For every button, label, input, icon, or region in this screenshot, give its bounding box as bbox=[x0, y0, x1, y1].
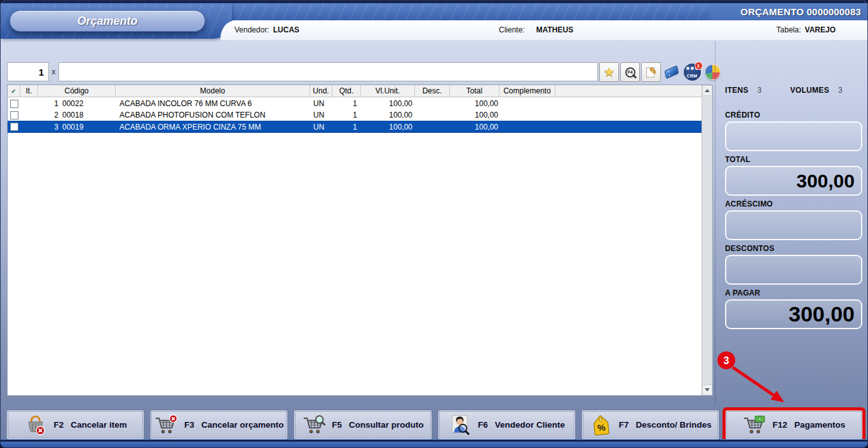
tabela-value: VAREJO bbox=[805, 25, 836, 34]
basket-cancel-icon bbox=[24, 414, 48, 437]
window-top-edge bbox=[1, 1, 867, 3]
table-body: 1 00022 ACABADA INCOLOR 76 MM CURVA 6 UN… bbox=[8, 98, 702, 395]
cart-cancel-icon bbox=[154, 414, 179, 437]
svg-text:%: % bbox=[597, 422, 606, 433]
crm-badge: 1 bbox=[695, 62, 703, 70]
summary-sidebar: ITENS 3 VOLUMES 3 CRÉDITO TOTAL 300,00 A… bbox=[725, 85, 862, 329]
credito-field bbox=[725, 121, 862, 151]
cliente-value: MATHEUS bbox=[536, 25, 573, 34]
col-filler bbox=[555, 85, 712, 97]
button-f6-vendedor-cliente[interactable]: F6 Vendedor Cliente bbox=[438, 411, 575, 439]
acrescimo-field bbox=[725, 210, 862, 240]
cliente-info: Cliente: MATHEUS bbox=[499, 25, 573, 34]
vendedor-value: LUCAS bbox=[273, 25, 299, 34]
total-group: TOTAL 300,00 bbox=[725, 155, 862, 196]
col-total: Total bbox=[450, 85, 499, 97]
table-row[interactable]: 2 00018 ACABADA PHOTOFUSION COM TEFLON U… bbox=[8, 109, 702, 121]
a-pagar-field: 300,00 bbox=[725, 299, 862, 329]
button-f3-cancelar-orcamento[interactable]: F3 Cancelar orçamento bbox=[151, 411, 287, 439]
check-column-icon: ✔ bbox=[8, 85, 20, 97]
discount-tag-icon: % bbox=[589, 414, 613, 437]
vendedor-info: Vendedor: LUCAS bbox=[234, 25, 299, 34]
header-info-strip: Vendedor: LUCAS Cliente: MATHEUS Tabela:… bbox=[220, 20, 867, 40]
crm-icon[interactable]: CRM 1 bbox=[682, 62, 702, 82]
row-checkbox[interactable] bbox=[10, 123, 18, 131]
multiply-label: x bbox=[51, 67, 56, 76]
person-search-icon bbox=[448, 414, 472, 437]
acrescimo-label: ACRÉSCIMO bbox=[725, 200, 862, 208]
step-annotation: 3 bbox=[703, 345, 811, 415]
table-header: ✔ It. Código Modelo Und. Qtd. Vl.Unit. D… bbox=[8, 85, 712, 97]
ticket-icon[interactable] bbox=[662, 62, 681, 82]
col-it: It. bbox=[20, 85, 38, 97]
scroll-up-icon[interactable] bbox=[702, 85, 712, 96]
button-f7-desconto-brindes[interactable]: % F7 Desconto/ Brindes bbox=[582, 411, 719, 439]
favorite-star-icon[interactable]: ★ bbox=[599, 62, 619, 82]
cart-search-icon bbox=[302, 414, 326, 437]
product-search-input[interactable] bbox=[58, 62, 598, 81]
descontos-label: DESCONTOS bbox=[725, 244, 862, 253]
a-pagar-group: A PAGAR 300,00 bbox=[725, 288, 862, 329]
order-title: ORÇAMENTO 0000000083 bbox=[740, 6, 861, 17]
a-pagar-label: A PAGAR bbox=[725, 288, 862, 297]
search-toolbar: ★ F4 ✎ CRM 1 bbox=[599, 62, 722, 82]
row-checkbox[interactable] bbox=[10, 111, 18, 119]
order-title-bar: ORÇAMENTO 0000000083 bbox=[711, 1, 867, 20]
cliente-label: Cliente: bbox=[499, 25, 525, 34]
table-row-selected[interactable]: 3 00019 ACABADA ORMA XPERIO CINZA 75 MM … bbox=[8, 121, 702, 133]
tab-orcamento[interactable]: Orçamento bbox=[10, 10, 205, 32]
total-field: 300,00 bbox=[725, 166, 862, 196]
total-label: TOTAL bbox=[725, 155, 862, 164]
col-modelo: Modelo bbox=[116, 85, 310, 97]
descontos-field bbox=[725, 255, 862, 285]
step-number: 3 bbox=[724, 355, 729, 366]
window-bottom-edge bbox=[1, 439, 867, 447]
col-codigo: Código bbox=[38, 85, 116, 97]
button-f2-cancelar-item[interactable]: F2 Cancelar item bbox=[7, 411, 144, 439]
volumes-value: 3 bbox=[838, 86, 843, 95]
tabela-label: Tabela: bbox=[776, 25, 801, 34]
sidebar-divider bbox=[715, 41, 715, 404]
pie-chart-icon[interactable] bbox=[703, 62, 722, 82]
table-scrollbar[interactable] bbox=[702, 85, 712, 395]
app-window: ORÇAMENTO 0000000083 Orçamento Vendedor:… bbox=[0, 0, 868, 448]
col-desc: Desc. bbox=[415, 85, 450, 97]
itens-label: ITENS bbox=[725, 86, 749, 95]
vendedor-label: Vendedor: bbox=[234, 25, 269, 34]
credito-label: CRÉDITO bbox=[725, 111, 862, 119]
col-complemento: Complemento bbox=[499, 85, 555, 97]
itens-value: 3 bbox=[757, 86, 762, 95]
footer-toolbar: F2 Cancelar item F3 Cancelar orçamento bbox=[7, 411, 862, 439]
row-checkbox[interactable] bbox=[10, 100, 18, 108]
edit-note-icon[interactable]: ✎ bbox=[641, 62, 661, 82]
counts-row: ITENS 3 VOLUMES 3 bbox=[725, 85, 862, 96]
button-f12-pagamentos[interactable]: F12 Pagamentos bbox=[726, 411, 862, 439]
table-row[interactable]: 1 00022 ACABADA INCOLOR 76 MM CURVA 6 UN… bbox=[8, 98, 702, 109]
col-qtd: Qtd. bbox=[332, 85, 361, 97]
volumes-label: VOLUMES bbox=[790, 86, 829, 95]
search-f4-icon[interactable]: F4 bbox=[620, 62, 640, 82]
col-und: Und. bbox=[310, 85, 332, 97]
tabela-info: Tabela: VAREJO bbox=[776, 25, 836, 34]
acrescimo-group: ACRÉSCIMO bbox=[725, 200, 862, 240]
cart-money-icon bbox=[743, 414, 767, 437]
tab-orcamento-label: Orçamento bbox=[77, 15, 137, 28]
quantity-input[interactable] bbox=[7, 62, 49, 81]
credito-group: CRÉDITO bbox=[725, 111, 862, 151]
button-f5-consultar-produto[interactable]: F5 Consultar produto bbox=[294, 411, 431, 439]
col-vl-unit: Vl.Unit. bbox=[361, 85, 415, 97]
scroll-down-icon[interactable] bbox=[702, 384, 712, 395]
items-table: ✔ It. Código Modelo Und. Qtd. Vl.Unit. D… bbox=[7, 85, 713, 396]
descontos-group: DESCONTOS bbox=[725, 244, 862, 285]
